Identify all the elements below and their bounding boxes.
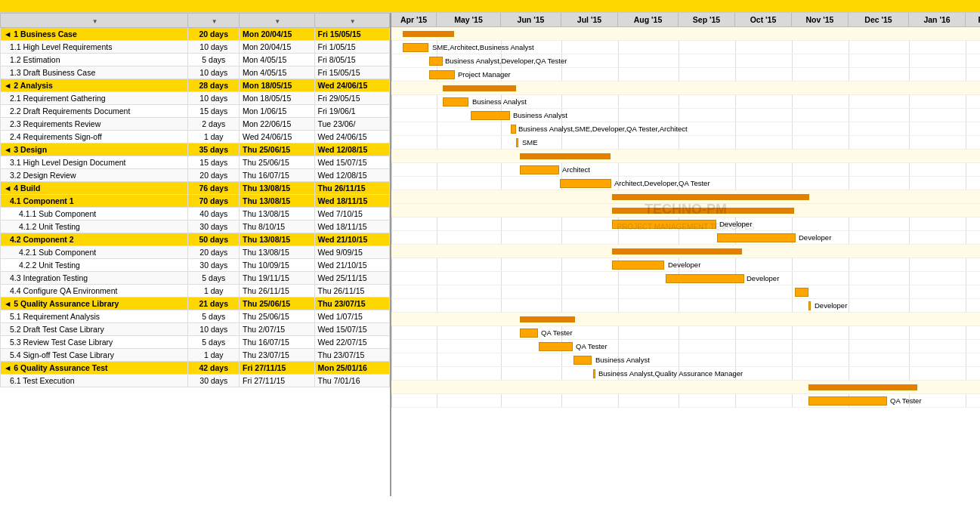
task-finish: Wed 15/07/15 [314, 156, 390, 169]
task-duration: 76 days [188, 182, 240, 195]
chart-row [391, 340, 980, 353]
task-duration: 28 days [188, 79, 240, 92]
gantt-bar [808, 396, 887, 406]
task-start: Mon 4/05/15 [240, 54, 314, 66]
gantt-bar [516, 138, 518, 147]
gantt-bar-label: SME [522, 138, 538, 147]
table-row: ◄ 4 Build 76 days Thu 13/08/15 Thu 26/11… [1, 182, 390, 195]
chart-row [391, 313, 980, 326]
month-header: Apr '15 [391, 13, 437, 26]
gantt-bar [443, 97, 468, 106]
chart-body: TECHNO-PMPROJECT MANAGEMENT TEMPLATES SM… [391, 27, 980, 408]
task-start: Thu 13/08/15 [240, 195, 314, 208]
task-finish: Mon 25/01/16 [314, 362, 390, 375]
task-duration: 20 days [188, 28, 240, 41]
task-finish: Wed 22/07/15 [314, 336, 390, 349]
col-header-duration[interactable]: ▼ [188, 14, 240, 28]
task-name: 4.2.1 Sub Component [1, 246, 188, 259]
task-name: 4.1.2 Unit Testing [1, 221, 188, 233]
gantt-bar [808, 301, 811, 310]
task-start: Mon 20/04/15 [240, 28, 314, 41]
gantt-bar [429, 57, 443, 66]
gantt-bar [539, 342, 573, 351]
table-row: 4.1.2 Unit Testing 30 days Thu 8/10/15 W… [1, 221, 390, 233]
task-start: Thu 13/08/15 [240, 208, 314, 221]
gantt-bar-label: Architect,Developer,QA Tester [614, 179, 710, 187]
table-row: 1.3 Draft Business Case 10 days Mon 4/05… [1, 66, 390, 79]
task-finish: Fri 29/05/15 [314, 92, 390, 105]
task-start: Thu 16/07/15 [240, 169, 314, 182]
task-finish: Thu 23/07/15 [314, 298, 390, 310]
task-name: 3.1 High Level Design Document [1, 156, 188, 169]
task-name: ◄ 1 Business Case [1, 28, 188, 41]
month-header: Dec '15 [849, 13, 909, 26]
task-name: 2.3 Requirements Review [1, 118, 188, 131]
month-header: Nov '15 [792, 13, 849, 26]
task-finish: Wed 12/08/15 [314, 143, 390, 156]
gantt-bar [443, 85, 516, 91]
task-finish: Thu 7/01/16 [314, 375, 390, 387]
table-row: 6.1 Test Execution 30 days Fri 27/11/15 … [1, 375, 390, 387]
col-header-finish[interactable]: ▼ [314, 14, 390, 28]
task-name: ◄ 3 Design [1, 143, 188, 156]
page-title [0, 0, 980, 13]
gantt-bar-label: Architect [562, 165, 590, 174]
gantt-bar [795, 288, 808, 297]
task-duration: 21 days [188, 298, 240, 310]
task-name: 4.1.1 Sub Component [1, 208, 188, 221]
task-name: 4.2 Component 2 [1, 233, 188, 246]
gantt-bar [666, 274, 744, 283]
gantt-bar-label: QA Tester [541, 328, 573, 337]
task-finish: Tue 23/06/ [314, 118, 390, 131]
task-start: Wed 24/06/15 [240, 131, 314, 143]
task-duration: 1 day [188, 349, 240, 362]
task-duration: 5 days [188, 54, 240, 66]
gantt-bar-label: Business Analyst,Developer,QA Tester [445, 57, 567, 65]
task-name: 2.1 Requirement Gathering [1, 92, 188, 105]
col-header-task[interactable]: ▼ [1, 14, 188, 28]
task-duration: 10 days [188, 92, 240, 105]
task-duration: 1 day [188, 285, 240, 298]
task-name: 1.3 Draft Business Case [1, 66, 188, 79]
task-duration: 2 days [188, 118, 240, 131]
table-row: 2.1 Requirement Gathering 10 days Mon 18… [1, 92, 390, 105]
gantt-bar [612, 248, 742, 254]
task-finish: Wed 21/10/15 [314, 233, 390, 246]
task-duration: 5 days [188, 310, 240, 323]
gantt-bar-label: Business Analyst [472, 97, 527, 106]
col-header-start[interactable]: ▼ [240, 14, 314, 28]
task-duration: 70 days [188, 195, 240, 208]
chart-row [391, 150, 980, 163]
task-name: ◄ 4 Build [1, 182, 188, 195]
gantt-bar [403, 43, 428, 52]
table-row: 2.2 Draft Requirements Document 15 days … [1, 105, 390, 118]
task-name: 4.4 Configure QA Environment [1, 285, 188, 298]
gantt-bar [717, 233, 796, 242]
gantt-bar-label: QA Tester [890, 396, 922, 405]
table-row: 4.1 Component 1 70 days Thu 13/08/15 Wed… [1, 195, 390, 208]
gantt-bar-label: Business Analyst,Quality Assurance Manag… [598, 369, 743, 378]
task-start: Mon 4/05/15 [240, 66, 314, 79]
task-start: Fri 27/11/15 [240, 362, 314, 375]
task-name: 5.2 Draft Test Case Library [1, 323, 188, 336]
task-duration: 15 days [188, 105, 240, 118]
task-start: Thu 23/07/15 [240, 349, 314, 362]
table-row: 4.2 Component 2 50 days Thu 13/08/15 Wed… [1, 233, 390, 246]
gantt-bar [612, 194, 809, 200]
month-header: Aug '15 [618, 13, 679, 26]
task-start: Mon 1/06/15 [240, 105, 314, 118]
table-row: 5.2 Draft Test Case Library 10 days Thu … [1, 323, 390, 336]
task-duration: 10 days [188, 66, 240, 79]
task-start: Thu 16/07/15 [240, 336, 314, 349]
task-start: Thu 25/06/15 [240, 143, 314, 156]
gantt-bar [612, 220, 716, 229]
gantt-bar [520, 165, 559, 174]
table-row: 4.2.1 Sub Component 20 days Thu 13/08/15… [1, 246, 390, 259]
task-duration: 20 days [188, 246, 240, 259]
chart-area: Apr '15May '15Jun '15Jul '15Aug '15Sep '… [391, 13, 980, 496]
task-start: Thu 25/06/15 [240, 156, 314, 169]
table-row: ◄ 2 Analysis 28 days Mon 18/05/15 Wed 24… [1, 79, 390, 92]
gantt-bar [511, 125, 516, 134]
task-duration: 50 days [188, 233, 240, 246]
task-name: 5.4 Sign-off Test Case Library [1, 349, 188, 362]
